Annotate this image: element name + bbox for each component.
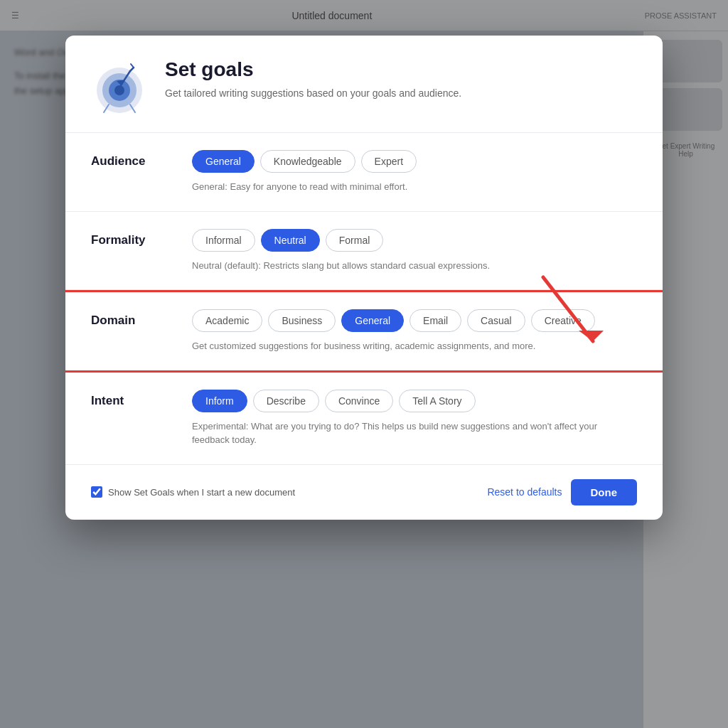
intent-label: Intent xyxy=(91,390,169,408)
formality-section: Formality Informal Neutral Formal Neutra… xyxy=(65,212,663,291)
intent-btn-tell-a-story[interactable]: Tell A Story xyxy=(399,390,475,412)
show-set-goals-checkbox-label[interactable]: Show Set Goals when I start a new docume… xyxy=(91,486,478,498)
intent-btn-describe[interactable]: Describe xyxy=(253,390,319,412)
svg-line-8 xyxy=(130,68,134,71)
modal-footer: Show Set Goals when I start a new docume… xyxy=(65,465,663,520)
intent-content: Inform Describe Convince Tell A Story Ex… xyxy=(192,390,637,447)
domain-section: Domain Academic Business General Email C… xyxy=(65,290,663,373)
formality-btn-neutral[interactable]: Neutral xyxy=(261,229,320,252)
modal-title-area: Set goals Get tailored writing suggestio… xyxy=(165,58,461,101)
domain-content: Academic Business General Email Casual C… xyxy=(192,309,637,353)
formality-btn-informal[interactable]: Informal xyxy=(192,229,255,252)
domain-btn-group: Academic Business General Email Casual C… xyxy=(192,309,637,332)
formality-btn-group: Informal Neutral Formal xyxy=(192,229,637,252)
intent-section: Intent Inform Describe Convince Tell A S… xyxy=(65,373,663,465)
domain-btn-creative[interactable]: Creative xyxy=(531,309,595,332)
modal-title: Set goals xyxy=(165,58,461,81)
modal-overlay[interactable]: Set goals Get tailored writing suggestio… xyxy=(0,0,728,728)
svg-point-5 xyxy=(114,85,124,95)
done-button[interactable]: Done xyxy=(571,479,638,505)
modal-header: Set goals Get tailored writing suggestio… xyxy=(65,36,663,133)
checkbox-text: Show Set Goals when I start a new docume… xyxy=(108,487,295,498)
domain-btn-general[interactable]: General xyxy=(341,309,404,332)
intent-btn-group: Inform Describe Convince Tell A Story xyxy=(192,390,637,412)
audience-section: Audience General Knowledgeable Expert Ge… xyxy=(65,133,663,212)
intent-btn-convince[interactable]: Convince xyxy=(325,390,393,412)
domain-description: Get customized suggestions for business … xyxy=(192,339,637,353)
formality-btn-formal[interactable]: Formal xyxy=(326,229,384,252)
domain-btn-casual[interactable]: Casual xyxy=(467,309,525,332)
audience-description: General: Easy for anyone to read with mi… xyxy=(192,180,637,194)
domain-btn-academic[interactable]: Academic xyxy=(192,309,262,332)
formality-description: Neutral (default): Restricts slang but a… xyxy=(192,259,637,273)
modal-subtitle: Get tailored writing suggestions based o… xyxy=(165,87,461,101)
audience-btn-general[interactable]: General xyxy=(192,150,255,173)
intent-description: Experimental: What are you trying to do?… xyxy=(192,419,637,447)
domain-btn-email[interactable]: Email xyxy=(410,309,461,332)
domain-label: Domain xyxy=(91,309,169,328)
audience-btn-group: General Knowledgeable Expert xyxy=(192,150,637,173)
audience-content: General Knowledgeable Expert General: Ea… xyxy=(192,150,637,194)
set-goals-modal: Set goals Get tailored writing suggestio… xyxy=(65,36,663,520)
show-set-goals-checkbox[interactable] xyxy=(91,486,102,498)
formality-content: Informal Neutral Formal Neutral (default… xyxy=(192,229,637,273)
audience-btn-expert[interactable]: Expert xyxy=(361,150,417,173)
audience-label: Audience xyxy=(91,150,169,168)
target-icon xyxy=(91,58,148,115)
formality-label: Formality xyxy=(91,229,169,247)
audience-btn-knowledgeable[interactable]: Knowledgeable xyxy=(260,150,355,173)
intent-btn-inform[interactable]: Inform xyxy=(192,390,247,412)
svg-line-9 xyxy=(131,64,134,68)
reset-to-defaults-button[interactable]: Reset to defaults xyxy=(487,486,562,498)
domain-btn-business[interactable]: Business xyxy=(268,309,336,332)
